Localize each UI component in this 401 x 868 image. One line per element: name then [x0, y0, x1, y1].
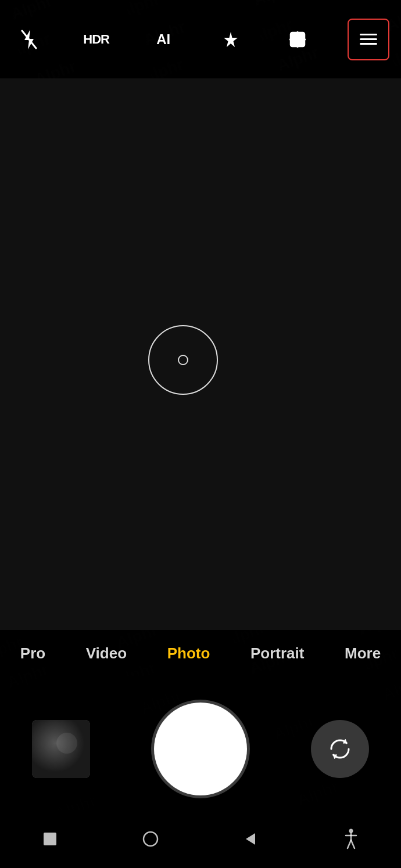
mode-portrait[interactable]: Portrait — [245, 640, 310, 667]
hdr-icon[interactable]: HDR — [79, 22, 114, 57]
svg-marker-5 — [224, 32, 238, 47]
scan-icon[interactable] — [280, 22, 315, 57]
gallery-thumb-image — [32, 720, 90, 778]
controls-bar — [0, 676, 401, 822]
flip-camera-button[interactable] — [311, 720, 369, 778]
svg-point-7 — [295, 37, 300, 42]
svg-line-20 — [348, 840, 351, 848]
top-toolbar: HDR AI — [0, 0, 401, 78]
menu-line-3 — [360, 43, 377, 45]
focus-dot — [178, 355, 188, 365]
flash-icon[interactable] — [12, 22, 46, 57]
ai-label: AI — [156, 31, 170, 48]
mode-pro[interactable]: Pro — [15, 640, 51, 667]
svg-rect-14 — [44, 833, 56, 845]
beauty-icon[interactable] — [213, 22, 248, 57]
mode-more[interactable]: More — [339, 640, 386, 667]
mode-selector: Pro Video Photo Portrait More — [0, 630, 401, 676]
home-nav-button[interactable] — [136, 824, 165, 853]
shutter-inner — [160, 708, 241, 790]
accessibility-nav-button[interactable] — [336, 824, 366, 853]
viewfinder[interactable] — [0, 78, 401, 630]
gallery-thumbnail[interactable] — [32, 720, 90, 778]
stop-nav-button[interactable] — [35, 824, 65, 853]
menu-line-1 — [360, 34, 377, 35]
shutter-button[interactable] — [154, 703, 247, 795]
menu-line-2 — [360, 38, 377, 40]
mode-photo[interactable]: Photo — [162, 640, 216, 667]
mode-video[interactable]: Video — [80, 640, 133, 667]
ai-icon[interactable]: AI — [146, 22, 181, 57]
svg-point-15 — [144, 832, 157, 846]
bottom-nav — [0, 810, 401, 868]
svg-marker-16 — [246, 833, 255, 845]
menu-button[interactable] — [348, 19, 389, 60]
focus-ring — [148, 325, 218, 395]
svg-point-13 — [56, 733, 77, 754]
hdr-label: HDR — [83, 32, 109, 47]
svg-line-21 — [351, 840, 355, 848]
back-nav-button[interactable] — [236, 824, 265, 853]
